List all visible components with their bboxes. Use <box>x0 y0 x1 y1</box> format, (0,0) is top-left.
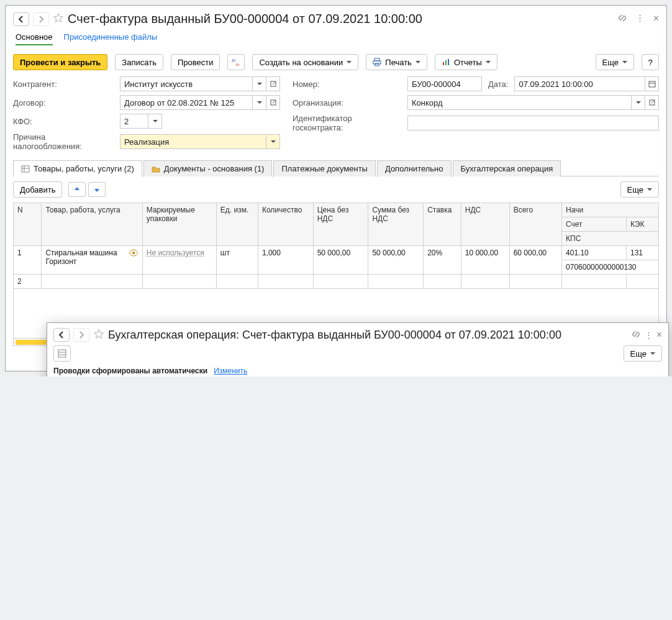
col-kps: КПС <box>562 232 659 246</box>
open-button[interactable] <box>266 95 280 110</box>
more-button[interactable]: Еще <box>596 54 634 70</box>
table-row[interactable]: 1 Стиральная машина Горизонт Не использу… <box>14 246 659 260</box>
tab-extra[interactable]: Дополнительно <box>377 160 452 176</box>
close-icon[interactable]: × <box>656 329 662 340</box>
eye-icon[interactable] <box>129 248 138 259</box>
grid-toolbar: Добавить Еще <box>13 176 659 203</box>
cell-sum: 50 000,00 <box>368 246 424 275</box>
col-n: N <box>14 203 42 246</box>
contract-input[interactable]: Договор от 02.08.2021 № 125 <box>120 95 253 110</box>
move-down-button[interactable] <box>88 182 106 197</box>
kebab-icon[interactable]: ⋮ <box>636 13 645 25</box>
cell-qty: 1,000 <box>258 246 313 275</box>
svg-rect-5 <box>443 62 444 65</box>
post-and-close-button[interactable]: Провести и закрыть <box>13 54 107 70</box>
tab-payments[interactable]: Платежные документы <box>273 160 375 176</box>
table-icon <box>21 165 30 173</box>
cell-marking[interactable]: Не используется <box>147 248 204 257</box>
kfo-label: КФО: <box>13 117 114 126</box>
favorite-icon[interactable] <box>93 329 104 342</box>
form-grid: Контрагент: Институт искусств Договор: Д… <box>13 76 659 155</box>
kebab-icon[interactable]: ⋮ <box>645 331 653 340</box>
number-label: Номер: <box>293 80 401 89</box>
col-nachi: Начи <box>562 203 659 217</box>
chevron-down-icon <box>622 61 627 66</box>
dropdown-button[interactable] <box>632 95 645 110</box>
reports-icon <box>442 58 450 66</box>
tab-docs-label: Документы - основания (1) <box>164 164 265 173</box>
sub-toolbar: Еще <box>53 345 662 362</box>
cell-kek: 131 <box>626 246 658 260</box>
dropdown-button[interactable] <box>266 134 280 149</box>
more-label: Еще <box>602 58 619 67</box>
tabs: Товары, работы, услуги (2) Документы - о… <box>13 160 659 176</box>
nav-forward-button[interactable] <box>33 12 49 26</box>
subnav-main[interactable]: Основное <box>16 32 53 45</box>
number-input[interactable]: БУ00-000004 <box>407 76 482 91</box>
svg-rect-6 <box>445 60 447 65</box>
tab-acct[interactable]: Бухгалтерская операция <box>453 160 561 176</box>
table-row[interactable]: 2 <box>14 275 659 289</box>
printer-icon <box>373 58 381 66</box>
tab-goods[interactable]: Товары, работы, услуги (2) <box>13 160 142 176</box>
dropdown-button[interactable] <box>253 76 266 91</box>
link-icon[interactable] <box>631 329 641 341</box>
add-row-button[interactable]: Добавить <box>13 181 62 198</box>
help-button[interactable]: ? <box>642 54 659 70</box>
open-button[interactable] <box>645 95 659 110</box>
org-label: Организация: <box>293 98 401 107</box>
calendar-button[interactable] <box>645 76 659 91</box>
folder-icon <box>152 165 160 173</box>
cell-vat: 10 000,00 <box>461 246 509 275</box>
subnav-attached[interactable]: Присоединенные файлы <box>64 32 158 45</box>
svg-text:Дт: Дт <box>232 58 236 62</box>
cell-kps: 07060000000000130 <box>562 260 659 275</box>
close-icon[interactable]: × <box>653 13 659 25</box>
col-account: Счет <box>562 217 627 232</box>
print-label: Печать <box>385 58 412 67</box>
counterparty-input[interactable]: Институт искусств <box>120 76 253 91</box>
col-sum: Сумма без НДС <box>368 203 424 246</box>
dropdown-button[interactable] <box>253 95 266 110</box>
cell-price: 50 000,00 <box>313 246 368 275</box>
reports-label: Отчеты <box>454 58 482 67</box>
favorite-icon[interactable] <box>53 12 64 25</box>
tab-goods-label: Товары, работы, услуги (2) <box>34 164 134 173</box>
reports-button[interactable]: Отчеты <box>435 54 497 70</box>
post-button[interactable]: Провести <box>171 54 220 70</box>
org-input[interactable]: Конкорд <box>407 95 632 110</box>
nav-back-button[interactable] <box>53 328 70 342</box>
dt-kt-button[interactable]: ДтКт <box>227 54 245 70</box>
chevron-down-icon <box>347 61 352 66</box>
print-button[interactable]: Печать <box>366 54 427 70</box>
date-input[interactable]: 07.09.2021 10:00:00 <box>514 76 645 91</box>
create-based-label: Создать на основании <box>259 58 343 67</box>
nav-forward-button[interactable] <box>73 328 89 342</box>
open-button[interactable] <box>266 76 280 91</box>
svg-rect-13 <box>22 166 29 172</box>
grid-more-button[interactable]: Еще <box>620 181 659 198</box>
govid-input[interactable] <box>407 116 659 130</box>
goods-table[interactable]: N Товар, работа, услуга Маркируемые упак… <box>13 203 659 339</box>
tab-docs[interactable]: Документы - основания (1) <box>143 160 273 176</box>
grid-view-button[interactable] <box>53 345 71 362</box>
dropdown-button[interactable] <box>148 114 162 129</box>
tax-reason-input[interactable]: Реализация <box>120 134 266 149</box>
change-link[interactable]: Изменить <box>214 367 247 375</box>
save-button[interactable]: Записать <box>115 54 163 70</box>
kfo-input[interactable]: 2 <box>120 114 148 129</box>
svg-rect-7 <box>448 59 449 65</box>
svg-rect-10 <box>649 81 655 87</box>
move-up-button[interactable] <box>68 182 86 197</box>
col-item: Товар, работа, услуга <box>42 203 142 246</box>
sub-more-button[interactable]: Еще <box>624 345 662 362</box>
col-kek: КЭК <box>626 217 658 232</box>
contract-label: Договор: <box>13 98 114 107</box>
nav-back-button[interactable] <box>13 12 29 26</box>
svg-text:Кт: Кт <box>236 63 240 66</box>
cell-rate: 20% <box>424 246 461 275</box>
create-based-button[interactable]: Создать на основании <box>252 54 358 70</box>
main-window: Счет-фактура выданный БУ00-000004 от 07.… <box>5 5 667 372</box>
link-icon[interactable] <box>617 13 627 25</box>
toolbar: Провести и закрыть Записать Провести ДтК… <box>13 54 659 70</box>
